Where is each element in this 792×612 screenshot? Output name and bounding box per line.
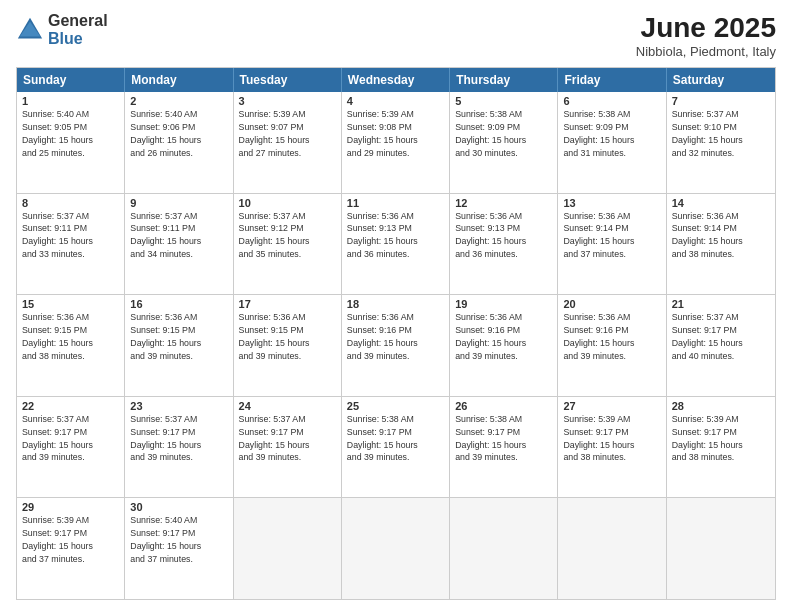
day-number: 17 bbox=[239, 298, 336, 310]
cell-info: Sunrise: 5:36 AMSunset: 9:13 PMDaylight:… bbox=[455, 211, 526, 260]
cal-cell bbox=[450, 498, 558, 599]
cal-cell: 14 Sunrise: 5:36 AMSunset: 9:14 PMDaylig… bbox=[667, 194, 775, 295]
cal-cell: 30 Sunrise: 5:40 AMSunset: 9:17 PMDaylig… bbox=[125, 498, 233, 599]
cell-info: Sunrise: 5:36 AMSunset: 9:15 PMDaylight:… bbox=[22, 312, 93, 361]
cal-cell: 13 Sunrise: 5:36 AMSunset: 9:14 PMDaylig… bbox=[558, 194, 666, 295]
day-number: 21 bbox=[672, 298, 770, 310]
cal-cell: 23 Sunrise: 5:37 AMSunset: 9:17 PMDaylig… bbox=[125, 397, 233, 498]
cal-cell: 5 Sunrise: 5:38 AMSunset: 9:09 PMDayligh… bbox=[450, 92, 558, 193]
day-number: 3 bbox=[239, 95, 336, 107]
cal-cell: 12 Sunrise: 5:36 AMSunset: 9:13 PMDaylig… bbox=[450, 194, 558, 295]
cell-info: Sunrise: 5:40 AMSunset: 9:17 PMDaylight:… bbox=[130, 515, 201, 564]
cell-info: Sunrise: 5:37 AMSunset: 9:17 PMDaylight:… bbox=[22, 414, 93, 463]
cal-cell: 2 Sunrise: 5:40 AMSunset: 9:06 PMDayligh… bbox=[125, 92, 233, 193]
cal-cell: 21 Sunrise: 5:37 AMSunset: 9:17 PMDaylig… bbox=[667, 295, 775, 396]
day-number: 10 bbox=[239, 197, 336, 209]
cal-cell: 18 Sunrise: 5:36 AMSunset: 9:16 PMDaylig… bbox=[342, 295, 450, 396]
calendar-row: 29 Sunrise: 5:39 AMSunset: 9:17 PMDaylig… bbox=[17, 497, 775, 599]
svg-marker-1 bbox=[20, 21, 41, 36]
day-number: 29 bbox=[22, 501, 119, 513]
day-number: 16 bbox=[130, 298, 227, 310]
day-number: 27 bbox=[563, 400, 660, 412]
day-number: 26 bbox=[455, 400, 552, 412]
day-number: 19 bbox=[455, 298, 552, 310]
cell-info: Sunrise: 5:37 AMSunset: 9:17 PMDaylight:… bbox=[672, 312, 743, 361]
cal-cell: 20 Sunrise: 5:36 AMSunset: 9:16 PMDaylig… bbox=[558, 295, 666, 396]
cell-info: Sunrise: 5:39 AMSunset: 9:17 PMDaylight:… bbox=[563, 414, 634, 463]
cal-cell: 11 Sunrise: 5:36 AMSunset: 9:13 PMDaylig… bbox=[342, 194, 450, 295]
day-number: 7 bbox=[672, 95, 770, 107]
cal-cell: 6 Sunrise: 5:38 AMSunset: 9:09 PMDayligh… bbox=[558, 92, 666, 193]
cell-info: Sunrise: 5:36 AMSunset: 9:14 PMDaylight:… bbox=[563, 211, 634, 260]
cell-info: Sunrise: 5:36 AMSunset: 9:15 PMDaylight:… bbox=[130, 312, 201, 361]
cal-cell: 1 Sunrise: 5:40 AMSunset: 9:05 PMDayligh… bbox=[17, 92, 125, 193]
day-number: 14 bbox=[672, 197, 770, 209]
cell-info: Sunrise: 5:37 AMSunset: 9:12 PMDaylight:… bbox=[239, 211, 310, 260]
header-tuesday: Tuesday bbox=[234, 68, 342, 92]
cal-cell: 24 Sunrise: 5:37 AMSunset: 9:17 PMDaylig… bbox=[234, 397, 342, 498]
cell-info: Sunrise: 5:36 AMSunset: 9:16 PMDaylight:… bbox=[455, 312, 526, 361]
logo-icon bbox=[16, 16, 44, 44]
day-number: 5 bbox=[455, 95, 552, 107]
logo-blue-text: Blue bbox=[48, 30, 108, 48]
cell-info: Sunrise: 5:38 AMSunset: 9:17 PMDaylight:… bbox=[347, 414, 418, 463]
cell-info: Sunrise: 5:39 AMSunset: 9:17 PMDaylight:… bbox=[22, 515, 93, 564]
day-number: 1 bbox=[22, 95, 119, 107]
cal-cell: 25 Sunrise: 5:38 AMSunset: 9:17 PMDaylig… bbox=[342, 397, 450, 498]
cal-cell bbox=[342, 498, 450, 599]
header-thursday: Thursday bbox=[450, 68, 558, 92]
cell-info: Sunrise: 5:38 AMSunset: 9:09 PMDaylight:… bbox=[563, 109, 634, 158]
title-block: June 2025 Nibbiola, Piedmont, Italy bbox=[636, 12, 776, 59]
cell-info: Sunrise: 5:36 AMSunset: 9:14 PMDaylight:… bbox=[672, 211, 743, 260]
day-number: 15 bbox=[22, 298, 119, 310]
logo-general: General bbox=[48, 12, 108, 30]
day-number: 28 bbox=[672, 400, 770, 412]
calendar-row: 1 Sunrise: 5:40 AMSunset: 9:05 PMDayligh… bbox=[17, 92, 775, 193]
day-number: 22 bbox=[22, 400, 119, 412]
cal-cell: 17 Sunrise: 5:36 AMSunset: 9:15 PMDaylig… bbox=[234, 295, 342, 396]
cell-info: Sunrise: 5:40 AMSunset: 9:06 PMDaylight:… bbox=[130, 109, 201, 158]
cell-info: Sunrise: 5:37 AMSunset: 9:11 PMDaylight:… bbox=[22, 211, 93, 260]
calendar-row: 8 Sunrise: 5:37 AMSunset: 9:11 PMDayligh… bbox=[17, 193, 775, 295]
day-number: 11 bbox=[347, 197, 444, 209]
calendar-header: Sunday Monday Tuesday Wednesday Thursday… bbox=[17, 68, 775, 92]
cal-cell: 26 Sunrise: 5:38 AMSunset: 9:17 PMDaylig… bbox=[450, 397, 558, 498]
page: General Blue June 2025 Nibbiola, Piedmon… bbox=[0, 0, 792, 612]
month-year: June 2025 bbox=[636, 12, 776, 44]
cal-cell: 22 Sunrise: 5:37 AMSunset: 9:17 PMDaylig… bbox=[17, 397, 125, 498]
day-number: 8 bbox=[22, 197, 119, 209]
day-number: 25 bbox=[347, 400, 444, 412]
cal-cell: 8 Sunrise: 5:37 AMSunset: 9:11 PMDayligh… bbox=[17, 194, 125, 295]
day-number: 23 bbox=[130, 400, 227, 412]
cell-info: Sunrise: 5:37 AMSunset: 9:17 PMDaylight:… bbox=[130, 414, 201, 463]
cell-info: Sunrise: 5:39 AMSunset: 9:17 PMDaylight:… bbox=[672, 414, 743, 463]
cal-cell: 29 Sunrise: 5:39 AMSunset: 9:17 PMDaylig… bbox=[17, 498, 125, 599]
header-saturday: Saturday bbox=[667, 68, 775, 92]
cal-cell: 19 Sunrise: 5:36 AMSunset: 9:16 PMDaylig… bbox=[450, 295, 558, 396]
cell-info: Sunrise: 5:39 AMSunset: 9:08 PMDaylight:… bbox=[347, 109, 418, 158]
cal-cell: 10 Sunrise: 5:37 AMSunset: 9:12 PMDaylig… bbox=[234, 194, 342, 295]
cal-cell: 16 Sunrise: 5:36 AMSunset: 9:15 PMDaylig… bbox=[125, 295, 233, 396]
day-number: 4 bbox=[347, 95, 444, 107]
calendar-body: 1 Sunrise: 5:40 AMSunset: 9:05 PMDayligh… bbox=[17, 92, 775, 599]
cal-cell: 7 Sunrise: 5:37 AMSunset: 9:10 PMDayligh… bbox=[667, 92, 775, 193]
cell-info: Sunrise: 5:37 AMSunset: 9:17 PMDaylight:… bbox=[239, 414, 310, 463]
calendar: Sunday Monday Tuesday Wednesday Thursday… bbox=[16, 67, 776, 600]
cal-cell: 4 Sunrise: 5:39 AMSunset: 9:08 PMDayligh… bbox=[342, 92, 450, 193]
cell-info: Sunrise: 5:40 AMSunset: 9:05 PMDaylight:… bbox=[22, 109, 93, 158]
day-number: 18 bbox=[347, 298, 444, 310]
header-friday: Friday bbox=[558, 68, 666, 92]
header-monday: Monday bbox=[125, 68, 233, 92]
cal-cell bbox=[234, 498, 342, 599]
header-sunday: Sunday bbox=[17, 68, 125, 92]
day-number: 20 bbox=[563, 298, 660, 310]
calendar-row: 15 Sunrise: 5:36 AMSunset: 9:15 PMDaylig… bbox=[17, 294, 775, 396]
cal-cell: 27 Sunrise: 5:39 AMSunset: 9:17 PMDaylig… bbox=[558, 397, 666, 498]
day-number: 24 bbox=[239, 400, 336, 412]
cal-cell: 28 Sunrise: 5:39 AMSunset: 9:17 PMDaylig… bbox=[667, 397, 775, 498]
day-number: 6 bbox=[563, 95, 660, 107]
location: Nibbiola, Piedmont, Italy bbox=[636, 44, 776, 59]
cell-info: Sunrise: 5:36 AMSunset: 9:16 PMDaylight:… bbox=[563, 312, 634, 361]
cell-info: Sunrise: 5:36 AMSunset: 9:15 PMDaylight:… bbox=[239, 312, 310, 361]
day-number: 12 bbox=[455, 197, 552, 209]
